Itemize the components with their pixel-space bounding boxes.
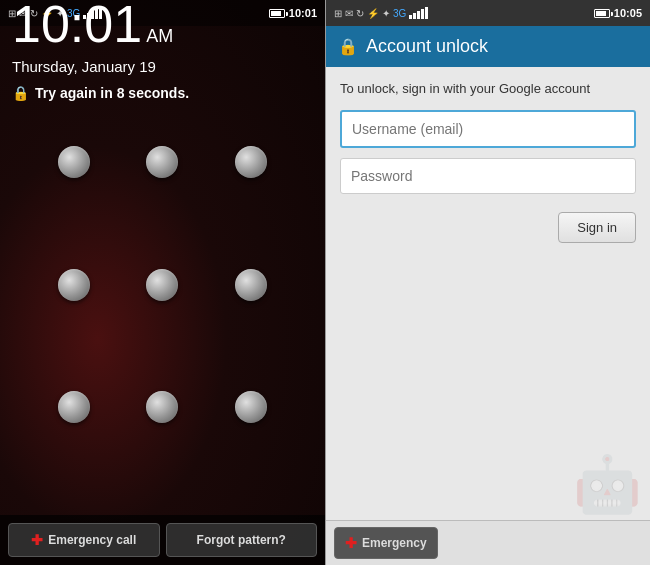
- android-watermark: 🤖: [573, 457, 642, 512]
- try-again-text: Try again in 8 seconds.: [35, 85, 189, 101]
- pattern-cell-4[interactable]: [30, 250, 118, 320]
- r-grid-icon: ⊞: [334, 8, 342, 19]
- left-phone: ⊞ ✉ ↻ ⚡ ✦ 3G 10:01 Verizon Wireless 10:0: [0, 0, 325, 565]
- sign-in-button[interactable]: Sign in: [558, 212, 636, 243]
- emergency-call-button[interactable]: ✚ Emergency call: [8, 523, 160, 557]
- account-header-title: Account unlock: [366, 36, 488, 57]
- date-text: Thursday, January 19: [0, 54, 325, 79]
- pattern-cell-9[interactable]: [207, 372, 295, 442]
- r-signal-bars: [409, 7, 428, 19]
- pattern-dot-7[interactable]: [58, 391, 90, 423]
- r-mail-icon: ✉: [345, 8, 353, 19]
- right-right-status-info: 10:05: [594, 7, 642, 19]
- right-left-status-icons: ⊞ ✉ ↻ ⚡ ✦ 3G: [334, 7, 428, 19]
- clock-area: 10:01 AM: [0, 0, 325, 54]
- pattern-cell-5[interactable]: [118, 250, 206, 320]
- pattern-dot-1[interactable]: [58, 146, 90, 178]
- pattern-dot-5[interactable]: [146, 269, 178, 301]
- time-display: 10:01: [12, 0, 142, 50]
- ampm: AM: [146, 27, 173, 45]
- pattern-cell-8[interactable]: [118, 372, 206, 442]
- emergency-call-label: Emergency call: [48, 533, 136, 547]
- bottom-bar-right: ✚ Emergency: [326, 520, 650, 565]
- right-emergency-label: Emergency: [362, 536, 427, 550]
- pattern-dot-2[interactable]: [146, 146, 178, 178]
- pattern-cell-3[interactable]: [207, 127, 295, 197]
- r-cross-icon: ✚: [345, 535, 357, 551]
- big-time: 10:01 AM: [12, 0, 313, 50]
- header-lock-icon: 🔒: [338, 37, 358, 56]
- right-phone: ⊞ ✉ ↻ ⚡ ✦ 3G 10:05 🔒 Account unlock: [325, 0, 650, 565]
- forgot-pattern-button[interactable]: Forgot pattern?: [166, 523, 318, 557]
- pattern-dot-6[interactable]: [235, 269, 267, 301]
- r-usb-icon: ⚡: [367, 8, 379, 19]
- lock-icon: 🔒: [12, 85, 29, 101]
- pattern-dot-4[interactable]: [58, 269, 90, 301]
- sign-in-row: Sign in: [340, 212, 636, 243]
- pattern-cell-7[interactable]: [30, 372, 118, 442]
- r-bluetooth-icon: ✦: [382, 8, 390, 19]
- pattern-cell-1[interactable]: [30, 127, 118, 197]
- bottom-bar-left: ✚ Emergency call Forgot pattern?: [0, 515, 325, 565]
- android-figure-icon: 🤖: [573, 457, 642, 512]
- pattern-dot-3[interactable]: [235, 146, 267, 178]
- right-time: 10:05: [614, 7, 642, 19]
- pattern-cell-2[interactable]: [118, 127, 206, 197]
- password-input[interactable]: [340, 158, 636, 194]
- forgot-pattern-label: Forgot pattern?: [197, 533, 286, 547]
- pattern-grid: [0, 107, 325, 515]
- try-again-area: 🔒 Try again in 8 seconds.: [0, 79, 325, 107]
- r-battery-icon: [594, 9, 610, 18]
- username-input[interactable]: [340, 110, 636, 148]
- account-header: 🔒 Account unlock: [326, 26, 650, 67]
- status-bar-right: ⊞ ✉ ↻ ⚡ ✦ 3G 10:05: [326, 0, 650, 26]
- account-content: To unlock, sign in with your Google acco…: [326, 67, 650, 300]
- right-emergency-button[interactable]: ✚ Emergency: [334, 527, 438, 559]
- r-sync-icon: ↻: [356, 8, 364, 19]
- account-subtitle: To unlock, sign in with your Google acco…: [340, 81, 636, 96]
- watermark-area: 🤖: [326, 300, 650, 521]
- cross-icon: ✚: [31, 532, 43, 548]
- pattern-dot-8[interactable]: [146, 391, 178, 423]
- pattern-dot-9[interactable]: [235, 391, 267, 423]
- r-network-icon: 3G: [393, 8, 406, 19]
- pattern-cell-6[interactable]: [207, 250, 295, 320]
